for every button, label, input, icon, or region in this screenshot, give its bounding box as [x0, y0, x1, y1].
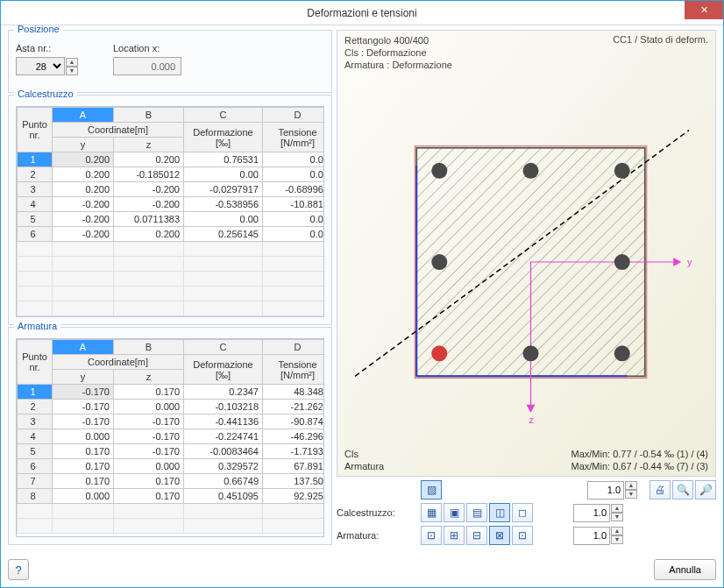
col-puntonr: Puntonr.	[18, 108, 53, 152]
svg-point-18	[614, 345, 630, 361]
cancel-button[interactable]: Annulla	[654, 559, 716, 580]
arm-view-3-button[interactable]: ⊟	[466, 526, 487, 545]
col-a[interactable]: A	[53, 340, 114, 355]
location-input: 0.000	[113, 57, 181, 75]
cls-table[interactable]: Puntonr. A B C D Coordinate[m] Deformazi…	[17, 107, 324, 316]
arm-view-1-button[interactable]: ⊡	[421, 526, 442, 545]
asta-down-button[interactable]: ▼	[66, 67, 78, 75]
cls-view-2-button[interactable]: ▣	[444, 503, 465, 522]
table-row[interactable]: 10.2000.2000.765310.00	[18, 152, 325, 167]
table-row[interactable]: 30.200-0.200-0.0297917-0.689962	[18, 182, 325, 197]
scale-up[interactable]: ▲	[625, 481, 637, 490]
table-row[interactable]: 40.000-0.170-0.224741-46.2967	[18, 429, 325, 444]
col-coord: Coordinate[m]	[53, 123, 184, 138]
zoom-button[interactable]: 🔍	[672, 480, 693, 499]
svg-point-16	[614, 254, 630, 270]
svg-marker-10	[528, 405, 535, 411]
arm-view-5-button[interactable]: ⊡	[512, 526, 533, 545]
svg-text:z: z	[529, 414, 535, 425]
zoom-fit-button[interactable]: 🔎	[695, 480, 716, 499]
arm-table[interactable]: Puntonr. A B C D Coordinate[m] Deformazi…	[17, 339, 324, 534]
table-row[interactable]: 50.170-0.170-0.0083464-1.71937	[18, 444, 325, 459]
col-ten: Tensione[N/mm²]	[263, 123, 325, 152]
cls-view-4-button[interactable]: ◫	[489, 503, 510, 522]
preview-header: Rettangolo 400/400 Cls : Deformazione Ar…	[344, 34, 452, 71]
cls-scale-input[interactable]	[573, 504, 610, 522]
help-button[interactable]: ?	[8, 559, 29, 580]
preview-stats: Cls Armatura Max/Min: 0.77 / -0.54 ‰ (1)…	[344, 448, 708, 472]
table-row[interactable]: 4-0.200-0.200-0.538956-10.8812	[18, 197, 325, 212]
arm-toolbar-label: Armatura:	[337, 530, 415, 541]
arm-scale-input[interactable]	[573, 527, 610, 545]
table-row[interactable]: 3-0.170-0.170-0.441136-90.8741	[18, 414, 325, 429]
table-row[interactable]: 1-0.1700.1700.234748.3482	[18, 385, 325, 400]
col-d[interactable]: D	[263, 340, 325, 355]
titlebar: Deformazioni e tensioni ✕	[1, 1, 723, 25]
table-row[interactable]: 80.0000.1700.45109592.9256	[18, 489, 325, 504]
style-hatch-button[interactable]: ▨	[421, 480, 442, 499]
table-row[interactable]: 20.200-0.1850120.000.00	[18, 167, 325, 182]
table-row[interactable]: 60.1700.0000.32957267.8918	[18, 459, 325, 474]
table-row[interactable]: 6-0.2000.2000.2561450.00	[18, 227, 325, 242]
svg-point-14	[614, 163, 630, 179]
arm-scale-down[interactable]: ▼	[611, 535, 623, 544]
cls-group-title: Calcestruzzo	[14, 89, 77, 99]
arm-group-title: Armatura	[14, 321, 60, 331]
asta-label: Asta nr.:	[16, 43, 78, 53]
arm-scale-up[interactable]: ▲	[611, 527, 623, 535]
table-row[interactable]: 5-0.2000.07113830.000.00	[18, 212, 325, 227]
cls-group: Calcestruzzo Puntonr. A B C D	[8, 95, 332, 325]
svg-point-19	[431, 345, 447, 361]
arm-group: Armatura Puntonr. A B C D	[8, 327, 332, 545]
col-puntonr: Puntonr.	[18, 340, 53, 385]
cls-toolbar-label: Calcestruzzo:	[337, 507, 415, 518]
section-preview-group: Rettangolo 400/400 Cls : Deformazione Ar…	[337, 30, 716, 477]
arm-view-2-button[interactable]: ⊞	[444, 526, 465, 545]
col-def: Deformazione[‰]	[184, 355, 263, 385]
close-button[interactable]: ✕	[685, 1, 723, 19]
svg-point-13	[522, 163, 538, 179]
col-def: Deformazione[‰]	[184, 123, 263, 152]
col-coord: Coordinate[m]	[53, 355, 184, 370]
col-a[interactable]: A	[53, 108, 114, 123]
col-y: y	[53, 138, 114, 152]
cls-view-3-button[interactable]: ▤	[466, 503, 487, 522]
svg-text:y: y	[687, 257, 692, 267]
scale-down[interactable]: ▼	[625, 490, 637, 499]
position-title: Posizione	[14, 25, 63, 34]
section-preview[interactable]: Rettangolo 400/400 Cls : Deformazione Ar…	[337, 31, 715, 476]
col-y: y	[53, 370, 114, 385]
table-row[interactable]: 2-0.1700.000-0.103218-21.2629	[18, 400, 325, 414]
col-d[interactable]: D	[263, 108, 325, 123]
svg-point-12	[431, 163, 447, 179]
scale-input[interactable]	[587, 481, 624, 499]
arm-view-4-button[interactable]: ⊠	[489, 526, 510, 545]
section-svg: y z	[337, 31, 715, 476]
col-ten: Tensione[N/mm²]	[263, 355, 325, 385]
cls-view-5-button[interactable]: ◻	[512, 503, 533, 522]
col-b[interactable]: B	[114, 108, 184, 123]
position-group: Posizione Asta nr.: 28 ▲ ▼ Locat	[8, 30, 332, 93]
col-z: z	[114, 138, 184, 152]
col-c[interactable]: C	[184, 340, 263, 355]
asta-select[interactable]: 28	[16, 57, 65, 75]
cls-scale-down[interactable]: ▼	[611, 513, 623, 521]
window-title: Deformazioni e tensioni	[307, 7, 416, 19]
col-z: z	[114, 370, 184, 385]
col-c[interactable]: C	[184, 108, 263, 123]
svg-marker-7	[674, 259, 680, 266]
cls-scale-up[interactable]: ▲	[611, 504, 623, 513]
preview-loadcase: CC1 / Stato di deform.	[613, 34, 708, 45]
table-row[interactable]: 70.1700.1700.66749137.503	[18, 474, 325, 489]
svg-point-15	[431, 254, 447, 270]
svg-point-17	[522, 345, 538, 361]
location-label: Location x:	[113, 43, 181, 53]
col-b[interactable]: B	[114, 340, 184, 355]
cls-view-1-button[interactable]: ▦	[421, 503, 442, 522]
print-button[interactable]: 🖨	[649, 480, 671, 499]
asta-up-button[interactable]: ▲	[66, 58, 78, 67]
